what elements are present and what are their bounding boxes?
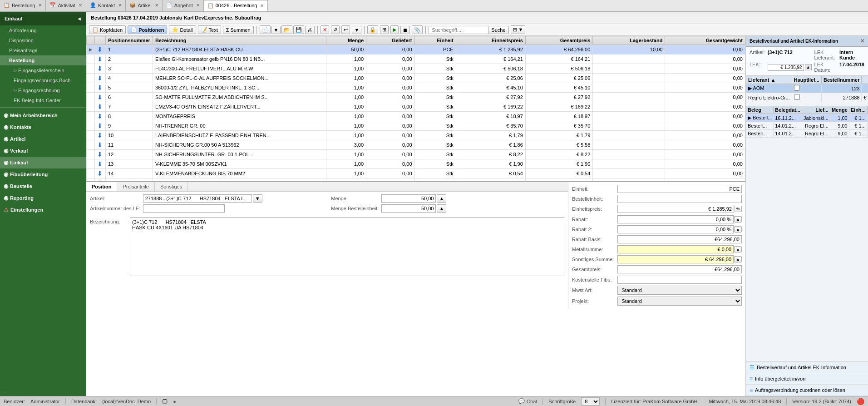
table-row[interactable]: ⬇ 11 NH-SICHERUNG GR.00 50 A 513962 3,00… bbox=[87, 140, 745, 150]
metallsumme-spin[interactable]: ▲ bbox=[734, 246, 742, 253]
artikel-dropdown-btn[interactable]: ▼ bbox=[253, 194, 262, 203]
rp-th-lieferant[interactable]: Lieferant ▲ bbox=[746, 76, 792, 84]
row-dl-10[interactable]: ⬇ bbox=[95, 140, 106, 150]
rp-lek-spin[interactable]: ▲ bbox=[805, 64, 812, 70]
sonstiges-summe-input[interactable] bbox=[617, 255, 734, 263]
sidebar-more[interactable]: ... bbox=[0, 385, 86, 396]
metallsumme-input[interactable] bbox=[617, 245, 734, 253]
th-geliefert[interactable]: Geliefert bbox=[366, 36, 414, 45]
rp-footer-auftragsverbindung[interactable]: ≡ Auftragsverbindung zuordnen oder lösen bbox=[746, 385, 868, 396]
toolbar-print-btn[interactable]: 🖨 bbox=[305, 26, 315, 34]
rabatt-spin[interactable]: ▲ bbox=[734, 216, 742, 223]
status-chat-btn[interactable]: 💬 Chat bbox=[518, 398, 537, 404]
sidebar-item-disposition[interactable]: Disposition bbox=[0, 35, 86, 45]
sidebar-section-mein-arbeitsbereich[interactable]: ◉ Mein Arbeitsbereich bbox=[0, 109, 86, 121]
toolbar-detail-btn[interactable]: ⭐ Detail bbox=[169, 25, 196, 34]
sidebar-item-preisanfrage[interactable]: Preisanfrage bbox=[0, 45, 86, 55]
search-input[interactable] bbox=[429, 26, 488, 34]
rp-th-hauptlief[interactable]: Hauptlief... bbox=[792, 76, 821, 84]
tab-aktivitat[interactable]: 📅 Aktivität ✕ bbox=[46, 0, 86, 11]
rp-close-btn[interactable]: ✕ bbox=[860, 38, 864, 44]
rp-hauptlief-check-1[interactable] bbox=[794, 85, 800, 91]
rabatt-basis-input[interactable] bbox=[617, 235, 742, 243]
row-dl-2[interactable]: ⬇ bbox=[95, 64, 106, 74]
table-row[interactable]: ⬇ 4 MEHLER SO-FL-C-AL AUFPREIS SOCKELMON… bbox=[87, 74, 745, 83]
tab-artikel[interactable]: 📦 Artikel ✕ bbox=[126, 0, 163, 11]
rp-supplier-row[interactable]: ▶ AOM 123 bbox=[746, 84, 868, 93]
toolbar-new-dropdown-btn[interactable]: ▼ bbox=[271, 26, 281, 34]
rp-footer-info-ubergeleitet[interactable]: ≡ Info übergeleitet in/von bbox=[746, 373, 868, 385]
sonstiges-summe-spin[interactable]: ▲ bbox=[734, 256, 742, 262]
rp-hist-th-menge[interactable]: Menge bbox=[830, 106, 849, 114]
rp-supplier-row-2[interactable]: Regro Elektro-Gr... 271888 € 1.285,9200 bbox=[746, 93, 868, 102]
toolbar-text-btn[interactable]: 📝 Text bbox=[198, 25, 221, 34]
row-dl-1[interactable]: ⬇ bbox=[95, 54, 106, 64]
toolbar-summen-btn[interactable]: Σ Summen bbox=[223, 26, 254, 34]
tab-position[interactable]: Position bbox=[86, 182, 117, 191]
sidebar-section-artikel[interactable]: ◉ Artikel bbox=[0, 133, 86, 145]
bezeichnung-textarea[interactable]: (3+1)C 712 HS71804 ELSTA HASK CU 4X160T … bbox=[130, 217, 564, 276]
rabatt-input[interactable] bbox=[617, 215, 734, 223]
th-gesamtgewicht[interactable]: Gesamtgewicht bbox=[665, 36, 745, 45]
row-dl-4[interactable]: ⬇ bbox=[95, 83, 106, 93]
row-dl-9[interactable]: ⬇ bbox=[95, 131, 106, 140]
rp-hist-row-1[interactable]: ▶ Bestell... 16.11.2... Jablonskl... 1,0… bbox=[746, 114, 868, 122]
rabatt2-spin[interactable]: ▲ bbox=[734, 226, 742, 233]
row-dl-13[interactable]: ⬇ bbox=[95, 169, 106, 178]
rp-hauptlief-check-2[interactable] bbox=[794, 94, 800, 100]
menge-bestelleinheit-input[interactable] bbox=[381, 204, 436, 213]
th-einheit[interactable]: Einheit bbox=[414, 36, 456, 45]
row-dl-6[interactable]: ⬇ bbox=[95, 102, 106, 112]
th-gesamtpreis[interactable]: Gesamtpreis bbox=[525, 36, 593, 45]
sidebar-section-reporting[interactable]: ◉ Reporting bbox=[0, 192, 86, 204]
row-dl-11[interactable]: ⬇ bbox=[95, 150, 106, 159]
einheitspreis-spin[interactable]: % bbox=[735, 206, 742, 212]
sidebar-section-baustelle[interactable]: ◉ Baustelle bbox=[0, 180, 86, 192]
toolbar-stop-btn[interactable]: ⏹ bbox=[400, 26, 410, 34]
table-row[interactable]: ▶ ⬇ 1 (3+1)C 712 HS71804 ELSTA HASK CU..… bbox=[87, 45, 745, 54]
tab-artikel-close[interactable]: ✕ bbox=[155, 3, 158, 8]
row-dl-12[interactable]: ⬇ bbox=[95, 159, 106, 169]
tab-preisanteile[interactable]: Preisanteile bbox=[117, 182, 154, 191]
tab-kontakt-close[interactable]: ✕ bbox=[118, 3, 122, 8]
menge-spin-up[interactable]: ▲ bbox=[437, 194, 446, 203]
toolbar-grid-btn[interactable]: ⊞ bbox=[380, 25, 389, 34]
sidebar-item-eingangslieferschein[interactable]: ▷ Eingangslieferschein bbox=[0, 65, 86, 75]
rp-th-bestellnummer[interactable]: Bestellnummer bbox=[821, 76, 861, 84]
toolbar-save-btn[interactable]: 💾 bbox=[293, 25, 304, 34]
sidebar-item-bestellung[interactable]: Bestellung bbox=[0, 55, 86, 65]
toolbar-refresh-btn[interactable]: ↺ bbox=[331, 25, 340, 34]
bestelleinheit-input[interactable] bbox=[617, 195, 742, 203]
sidebar-item-eingangsrechnung-buch[interactable]: Eingangsrechnungs Buch bbox=[0, 75, 86, 85]
table-row[interactable]: ⬇ 8 MONTAGEPREIS 1,00 0,00 Stk € 18,97 €… bbox=[87, 112, 745, 121]
toolbar-kopfdaten-btn[interactable]: 📋 Kopfdaten bbox=[89, 25, 126, 34]
toolbar-dropdown-btn[interactable]: ▼ bbox=[352, 26, 361, 34]
projekt-select[interactable]: Standard bbox=[617, 297, 742, 306]
sidebar-item-ek-beleg-info[interactable]: EK Beleg Info-Center bbox=[0, 95, 86, 105]
search-button[interactable]: Suche bbox=[488, 26, 508, 34]
table-row[interactable]: ⬇ 10 LAIENBEDIENSCHUTZ F. PASSEND F.NH-T… bbox=[87, 131, 745, 140]
mwst-art-select[interactable]: Standard bbox=[617, 286, 742, 295]
table-row[interactable]: ⬇ 7 EMZV3-4C OS/TN EINSATZ F.ZÄHLERVERT.… bbox=[87, 102, 745, 112]
rabatt2-input[interactable] bbox=[617, 225, 734, 233]
rp-lek-input[interactable] bbox=[768, 64, 804, 71]
rp-th-ek-preis[interactable]: EK-Preis bbox=[862, 76, 868, 84]
toolbar-attach-btn[interactable]: 📎 bbox=[412, 25, 423, 34]
row-dl-3[interactable]: ⬇ bbox=[95, 74, 106, 83]
tab-aktivitat-close[interactable]: ✕ bbox=[79, 3, 82, 8]
rp-hist-th-belegdat[interactable]: Belegdat... bbox=[774, 106, 802, 114]
einheitspreis-input[interactable] bbox=[617, 205, 734, 213]
th-menge[interactable]: Menge bbox=[326, 36, 366, 45]
kostenstelle-fibu-input[interactable] bbox=[617, 276, 742, 284]
table-row[interactable]: ⬇ 13 V-KLEMME 35-70 SM 00SZVK1 1,00 0,00… bbox=[87, 159, 745, 169]
table-row[interactable]: ⬇ 3 FL4C/300-AL FREILUFTVERT...ALU M.R.W… bbox=[87, 64, 745, 74]
row-dl-8[interactable]: ⬇ bbox=[95, 121, 106, 131]
rp-hist-th-lief[interactable]: Lief... bbox=[802, 106, 830, 114]
sidebar-section-verkauf[interactable]: ◉ Verkauf bbox=[0, 145, 86, 157]
rp-hist-th-einh[interactable]: Einh... bbox=[849, 106, 867, 114]
menge-input[interactable] bbox=[381, 194, 436, 203]
th-pos[interactable]: Positionsnummer bbox=[106, 36, 153, 45]
rp-hist-th-beleg[interactable]: Beleg bbox=[746, 106, 774, 114]
tab-angebot[interactable]: 📄 Angebot ✕ bbox=[163, 0, 204, 11]
th-bezeichnung[interactable]: Bezeichnung bbox=[153, 36, 326, 45]
